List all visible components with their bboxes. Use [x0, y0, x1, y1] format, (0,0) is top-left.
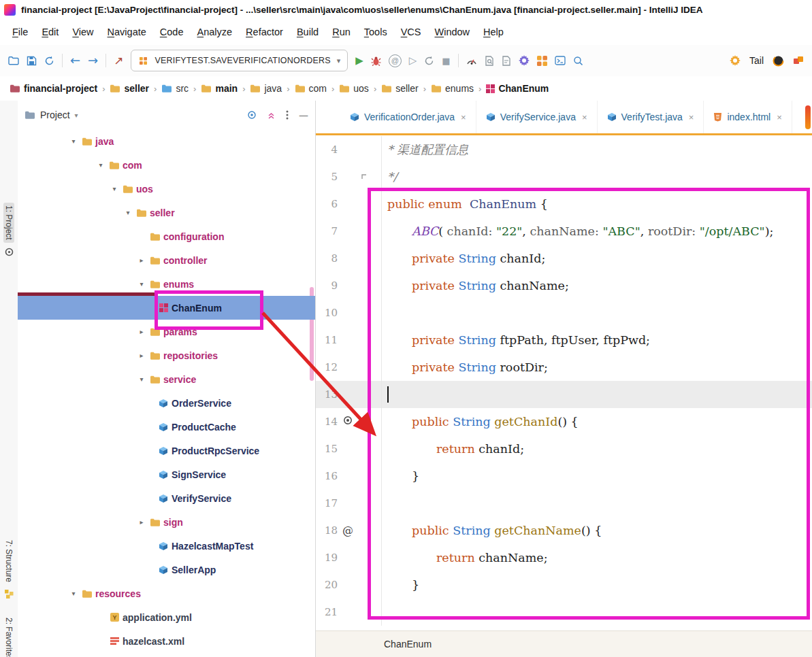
- breadcrumb-ChanEnum[interactable]: ChanEnum: [486, 83, 549, 94]
- tab-VerifyService.java[interactable]: VerifyService.java×: [476, 101, 598, 133]
- chevron-right-icon[interactable]: ▸: [136, 328, 147, 335]
- menu-window[interactable]: Window: [427, 23, 476, 41]
- plugins-grid-icon[interactable]: [537, 56, 547, 66]
- tree-item-resources[interactable]: ▾resources: [18, 582, 315, 605]
- editor-notification-mark[interactable]: [805, 105, 811, 129]
- breadcrumb-enums[interactable]: enums: [431, 83, 474, 94]
- menu-navigate[interactable]: Navigate: [101, 23, 153, 41]
- tree-item-repositories[interactable]: ▸repositories: [18, 343, 315, 367]
- tree-item-controller[interactable]: ▸controller: [18, 248, 315, 272]
- toolbox-squares-icon[interactable]: [793, 55, 804, 66]
- code-line-18[interactable]: 18@public String getChanName() {: [316, 517, 812, 544]
- breadcrumb-financial-project[interactable]: financial-project: [10, 83, 97, 94]
- tree-item-hazelcast.xml[interactable]: hazelcast.xml: [18, 629, 315, 653]
- inspect-code-icon[interactable]: [502, 56, 511, 66]
- menu-vcs[interactable]: VCS: [394, 23, 428, 41]
- tree-item-params[interactable]: ▸params: [18, 320, 315, 343]
- close-icon[interactable]: ×: [459, 112, 466, 122]
- breadcrumb-src[interactable]: src: [161, 83, 189, 94]
- rerun-icon[interactable]: [424, 56, 434, 66]
- code-line-6[interactable]: 6public enum ChanEnum {: [316, 190, 812, 218]
- chevron-down-icon[interactable]: ▾: [109, 185, 120, 192]
- tab-index.html[interactable]: index.html×: [704, 101, 792, 133]
- tree-item-java[interactable]: ▾java: [18, 129, 315, 153]
- run-icon[interactable]: ▶: [355, 56, 363, 66]
- tree-item-uos[interactable]: ▾uos: [18, 177, 315, 201]
- vcs-settings-icon[interactable]: [519, 55, 530, 66]
- editor-breadcrumb[interactable]: ChanEnum: [316, 630, 812, 657]
- run-secondary-icon[interactable]: ▷: [409, 56, 417, 66]
- chevron-down-icon[interactable]: ▾: [68, 590, 79, 597]
- code-line-14[interactable]: 14public String getChanId() {: [316, 408, 812, 435]
- code-editor[interactable]: 4* 渠道配置信息5*/6public enum ChanEnum {7ABC(…: [316, 136, 812, 631]
- tree-item-ProductRpcService[interactable]: ProductRpcService: [18, 439, 315, 462]
- code-line-5[interactable]: 5*/: [316, 163, 812, 190]
- tree-item-seller[interactable]: ▾seller: [18, 201, 315, 224]
- menu-tools[interactable]: Tools: [357, 23, 394, 41]
- code-line-21[interactable]: 21: [316, 599, 812, 626]
- code-line-10[interactable]: 10: [316, 299, 812, 326]
- run-configuration-select[interactable]: VERIFYTEST.SAVEVERIFICATIONORDERS▾: [131, 50, 348, 71]
- tree-item-SellerApp[interactable]: SellerApp: [18, 558, 315, 582]
- tree-item-configuration[interactable]: configuration: [18, 224, 315, 248]
- chevron-down-icon[interactable]: ▾: [95, 161, 106, 169]
- tree-item-OrderService[interactable]: OrderService: [18, 391, 315, 415]
- code-line-12[interactable]: 12private String rootDir;: [316, 354, 812, 381]
- more-options-icon[interactable]: [286, 110, 289, 120]
- annotation-gutter-icon[interactable]: @: [342, 524, 353, 537]
- code-line-16[interactable]: 16}: [316, 462, 812, 490]
- chevron-down-icon[interactable]: ▾: [68, 137, 79, 145]
- chevron-down-icon[interactable]: ▾: [75, 112, 78, 119]
- breadcrumb-java[interactable]: java: [250, 83, 282, 94]
- find-in-path-icon[interactable]: [485, 56, 494, 66]
- code-line-11[interactable]: 11private String ftpPath, ftpUser, ftpPw…: [316, 326, 812, 354]
- code-line-7[interactable]: 7ABC( chanId: "22", chanName: "ABC", roo…: [316, 218, 812, 245]
- override-marker-icon[interactable]: [343, 416, 353, 425]
- breadcrumb-uos[interactable]: uos: [339, 83, 369, 94]
- menu-analyze[interactable]: Analyze: [191, 23, 240, 41]
- chevron-down-icon[interactable]: ▾: [136, 375, 147, 383]
- menu-refactor[interactable]: Refactor: [239, 23, 290, 41]
- tab-VerificationOrder.java[interactable]: VerificationOrder.java×: [340, 101, 476, 133]
- breadcrumb-main[interactable]: main: [201, 83, 238, 94]
- breadcrumb-seller[interactable]: seller: [110, 83, 149, 94]
- tab-VerifyTest.java[interactable]: VerifyTest.java×: [598, 101, 704, 133]
- tool-stripe-project[interactable]: 1: Project: [0, 203, 18, 256]
- tree-item-com[interactable]: ▾com: [18, 153, 315, 177]
- search-everywhere-icon[interactable]: [573, 56, 583, 66]
- breadcrumb-com[interactable]: com: [295, 83, 327, 94]
- tree-item-service[interactable]: ▾service: [18, 367, 315, 391]
- tail-label[interactable]: Tail: [749, 55, 764, 66]
- forward-icon[interactable]: →: [88, 54, 98, 67]
- fold-marker-icon[interactable]: [361, 173, 368, 180]
- toolbox-ring-icon[interactable]: [773, 55, 784, 67]
- menu-edit[interactable]: Edit: [35, 23, 65, 41]
- close-icon[interactable]: ×: [775, 112, 782, 122]
- code-line-9[interactable]: 9private String chanName;: [316, 272, 812, 299]
- chevron-down-icon[interactable]: ▾: [123, 209, 133, 216]
- menu-help[interactable]: Help: [476, 23, 510, 41]
- stop-icon[interactable]: ■: [442, 56, 450, 65]
- menu-view[interactable]: View: [65, 23, 100, 41]
- tree-item-sign[interactable]: ▸sign: [18, 510, 315, 534]
- ide-settings-icon[interactable]: [730, 55, 741, 66]
- code-line-13[interactable]: 13: [316, 381, 812, 408]
- chevron-down-icon[interactable]: ▾: [136, 280, 147, 288]
- back-icon[interactable]: ←: [70, 54, 80, 67]
- sync-icon[interactable]: [44, 56, 54, 66]
- tree-item-HazelcastMapTest[interactable]: HazelcastMapTest: [18, 534, 315, 558]
- tree-item-application.yml[interactable]: Yapplication.yml: [18, 605, 315, 629]
- code-line-19[interactable]: 19return chanName;: [316, 544, 812, 571]
- menu-file[interactable]: File: [5, 23, 35, 41]
- code-line-4[interactable]: 4* 渠道配置信息: [316, 136, 812, 163]
- save-all-icon[interactable]: [27, 56, 37, 66]
- code-line-15[interactable]: 15return chanId;: [316, 435, 812, 462]
- open-project-icon[interactable]: [8, 56, 19, 65]
- tree-item-ChanEnum[interactable]: ChanEnum: [18, 296, 315, 320]
- tree-item-VerifyService[interactable]: VerifyService: [18, 486, 315, 510]
- terminal-icon[interactable]: [555, 56, 566, 65]
- menu-build[interactable]: Build: [290, 23, 325, 41]
- profiler-icon[interactable]: [466, 56, 477, 65]
- locate-icon[interactable]: [247, 110, 257, 120]
- code-line-17[interactable]: 17: [316, 490, 812, 517]
